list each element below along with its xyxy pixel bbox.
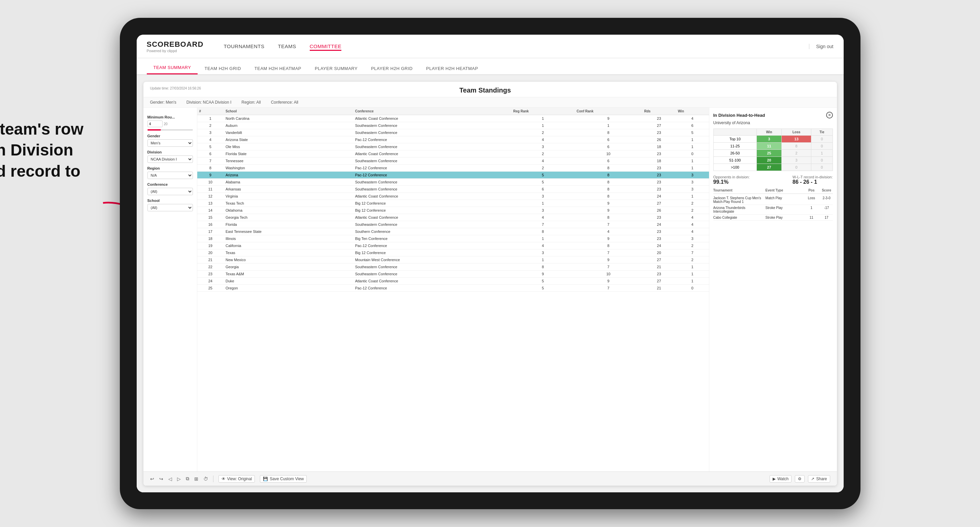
logo-text: SCOREBOARD: [147, 40, 204, 49]
settings-button[interactable]: ⚙: [795, 475, 805, 483]
cell-wins: 3: [676, 235, 709, 242]
forward-icon[interactable]: ▷: [177, 476, 181, 482]
division-select[interactable]: NCAA Division I: [148, 156, 193, 163]
tour-pos-2: 1: [805, 206, 818, 210]
cell-wins: 2: [676, 207, 709, 214]
table-row[interactable]: 15 Georgia Tech Atlantic Coast Conferenc…: [197, 214, 709, 221]
h2h-close-button[interactable]: ✕: [826, 112, 833, 119]
table-row[interactable]: 7 Tennessee Southeastern Conference 4 6 …: [197, 157, 709, 165]
copy-icon[interactable]: ⧉: [186, 476, 189, 482]
sub-nav-player-h2h-grid[interactable]: PLAYER H2H GRID: [364, 63, 420, 75]
cell-wins: 2: [676, 200, 709, 207]
table-row[interactable]: 4 Arizona State Pac-12 Conference 4 6 26…: [197, 136, 709, 143]
sub-nav-team-h2h-heatmap[interactable]: TEAM H2H HEATMAP: [248, 63, 308, 75]
table-row[interactable]: 6 Florida State Atlantic Coast Conferenc…: [197, 151, 709, 157]
table-row[interactable]: 18 Illinois Big Ten Conference 1 9 23 3: [197, 235, 709, 242]
table-row[interactable]: 3 Vanderbilt Southeastern Conference 2 8…: [197, 129, 709, 136]
min-rounds-input[interactable]: [148, 121, 162, 127]
table-row[interactable]: 11 Arkansas Southeastern Conference 6 8 …: [197, 186, 709, 193]
table-row[interactable]: 20 Texas Big 12 Conference 3 7 20 7: [197, 249, 709, 256]
standings-table: # School Conference Reg Rank Conf Rank R…: [197, 108, 709, 292]
h2h-loss-51-100: 3: [782, 157, 811, 164]
table-row[interactable]: 2 Auburn Southeastern Conference 1 1 27 …: [197, 122, 709, 129]
cell-school: Vanderbilt: [224, 129, 353, 136]
back-icon[interactable]: ◁: [168, 476, 172, 482]
cell-school: Tennessee: [224, 157, 353, 165]
table-row[interactable]: 5 Ole Miss Southeastern Conference 3 6 1…: [197, 143, 709, 151]
table-row[interactable]: 25 Oregon Pac-12 Conference 5 7 21 0: [197, 285, 709, 292]
sub-nav-player-h2h-heatmap[interactable]: PLAYER H2H HEATMAP: [420, 63, 485, 75]
tour-row-1: Jackson T. Stephens Cup Men's Match-Play…: [713, 195, 833, 205]
cell-conf-rank: 8: [575, 214, 642, 221]
cell-wins: 2: [676, 242, 709, 249]
cell-school: Florida: [224, 221, 353, 228]
top-nav: SCOREBOARD Powered by clippd TOURNAMENTS…: [137, 35, 844, 58]
table-row[interactable]: 21 New Mexico Mountain West Conference 1…: [197, 256, 709, 264]
cell-reg-rank: 3: [511, 193, 575, 200]
save-custom-view-button[interactable]: 💾 Save Custom View: [260, 475, 307, 483]
table-row[interactable]: 8 Washington Pac-12 Conference 2 8 23 1: [197, 165, 709, 171]
table-row[interactable]: 23 Texas A&M Southeastern Conference 9 1…: [197, 271, 709, 278]
h2h-label-100plus: >100: [713, 164, 757, 171]
cell-school: Washington: [224, 165, 353, 171]
share-button[interactable]: ↗ Share: [808, 475, 830, 483]
table-row[interactable]: 13 Texas Tech Big 12 Conference 1 9 27 2: [197, 200, 709, 207]
cell-rank: 11: [197, 186, 224, 193]
cell-rank: 10: [197, 179, 224, 186]
h2h-row-51-100: 51-100 20 3 0: [713, 157, 832, 164]
cell-wins: 3: [676, 171, 709, 179]
cell-rank: 3: [197, 129, 224, 136]
cell-rank: 2: [197, 122, 224, 129]
school-select[interactable]: (All): [148, 204, 193, 211]
conference-select[interactable]: (All): [148, 188, 193, 195]
nav-tournaments[interactable]: TOURNAMENTS: [224, 42, 264, 51]
table-row[interactable]: 10 Alabama Southeastern Conference 5 8 2…: [197, 179, 709, 186]
redo-icon[interactable]: ↪: [159, 476, 163, 482]
table-row[interactable]: 22 Georgia Southeastern Conference 8 7 2…: [197, 264, 709, 271]
cell-reg-rank: 4: [511, 214, 575, 221]
cell-conf-rank: 1: [575, 122, 642, 129]
sign-out[interactable]: Sign out: [809, 44, 833, 49]
h2h-row-top10: Top 10 3 13 0: [713, 136, 832, 143]
sub-nav-team-summary[interactable]: TEAM SUMMARY: [147, 62, 198, 75]
undo-icon[interactable]: ↩: [150, 476, 154, 482]
gender-select[interactable]: Men's: [148, 139, 193, 147]
paste-icon[interactable]: ⊞: [194, 476, 198, 482]
table-row[interactable]: 1 North Carolina Atlantic Coast Conferen…: [197, 115, 709, 122]
tour-row-3: Cabo Collegiate Stroke Play 11 17: [713, 215, 833, 221]
cell-conference: Atlantic Coast Conference: [353, 115, 511, 122]
cell-rank: 5: [197, 143, 224, 151]
table-row[interactable]: 12 Virginia Atlantic Coast Conference 3 …: [197, 193, 709, 200]
cell-reg-rank: 9: [511, 271, 575, 278]
tour-col-pos: Pos: [805, 189, 818, 192]
cell-school: Ole Miss: [224, 143, 353, 151]
cell-wins: 1: [676, 143, 709, 151]
cell-conference: Atlantic Coast Conference: [353, 214, 511, 221]
clock-icon[interactable]: ⏱: [203, 476, 208, 482]
view-original-button[interactable]: 👁 View: Original: [218, 475, 255, 483]
cell-rds: 21: [642, 264, 676, 271]
nav-teams[interactable]: TEAMS: [278, 42, 296, 51]
table-row[interactable]: 9 Arizona Pac-12 Conference 5 8 23 3: [197, 171, 709, 179]
cell-reg-rank: 4: [511, 242, 575, 249]
tour-event-3: Stroke Play: [765, 216, 803, 219]
main-content: Update time: 27/03/2024 16:56:26 Team St…: [137, 75, 844, 492]
cell-rds: 24: [642, 221, 676, 228]
table-row[interactable]: 19 California Pac-12 Conference 4 8 24 2: [197, 242, 709, 249]
table-row[interactable]: 16 Florida Southeastern Conference 7 7 2…: [197, 221, 709, 228]
h2h-col-tie: Tie: [811, 129, 832, 136]
table-row[interactable]: 14 Oklahoma Big 12 Conference 3 9 26 2: [197, 207, 709, 214]
h2h-win-26-50: 25: [757, 150, 782, 157]
h2h-loss-26-50: 2: [782, 150, 811, 157]
nav-items: TOURNAMENTS TEAMS COMMITTEE: [224, 42, 809, 51]
sub-nav-team-h2h-grid[interactable]: TEAM H2H GRID: [197, 63, 247, 75]
table-row[interactable]: 24 Duke Atlantic Coast Conference 5 9 27…: [197, 278, 709, 285]
sub-nav-player-summary[interactable]: PLAYER SUMMARY: [308, 63, 364, 75]
nav-committee[interactable]: COMMITTEE: [310, 42, 342, 51]
cell-school: Virginia: [224, 193, 353, 200]
h2h-label-26-50: 26-50: [713, 150, 757, 157]
cell-rank: 15: [197, 214, 224, 221]
table-row[interactable]: 17 East Tennessee State Southern Confere…: [197, 228, 709, 235]
region-select[interactable]: N/A: [148, 171, 193, 179]
watch-button[interactable]: ▶ Watch: [770, 475, 792, 483]
